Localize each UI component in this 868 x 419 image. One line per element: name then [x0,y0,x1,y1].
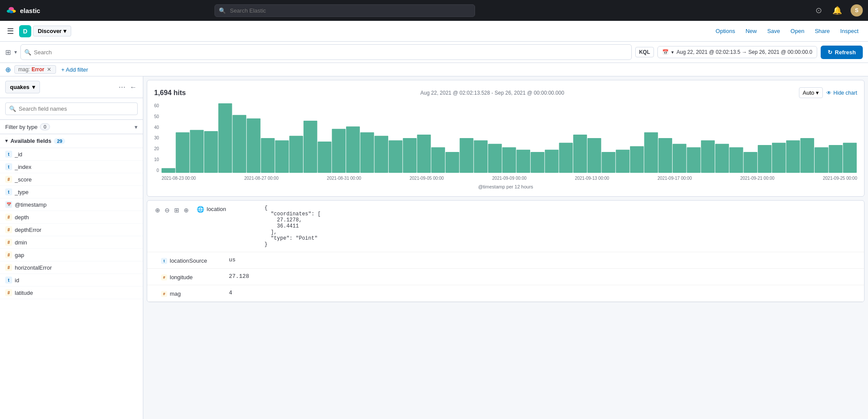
svg-rect-49 [786,140,800,173]
filter-type-chevron-icon[interactable]: ▾ [135,124,138,130]
inspect-button[interactable]: Inspect [836,25,863,37]
time-range-group: 📅 ▾ Aug 22, 2021 @ 02:02:13.5 → Sep 26, … [657,46,817,58]
share-button[interactable]: Share [810,25,834,37]
shield-icon[interactable]: ⊙ [814,4,824,17]
filter-type-label: Filter by type 0 [5,123,50,130]
available-fields-label: ▾ Available fields 29 [5,138,65,144]
field-name-dmin: dmin [15,239,27,246]
field-type-t-icon: t [5,151,12,158]
field-item-index[interactable]: t _index [0,161,143,173]
table-row: t locationSource us [147,252,864,269]
options-button[interactable]: Options [711,25,739,37]
svg-rect-51 [815,147,828,173]
svg-rect-41 [673,144,686,173]
svg-rect-36 [602,152,616,173]
discover-d-icon: D [19,25,31,37]
svg-rect-22 [403,138,417,173]
field-key-longitude: # longitude [161,273,222,280]
svg-rect-5 [162,168,175,173]
svg-rect-40 [658,138,672,173]
refresh-icon: ↻ [828,49,832,56]
svg-rect-29 [502,147,516,173]
svg-rect-43 [701,140,715,173]
svg-rect-39 [644,132,658,173]
svg-rect-9 [218,103,232,173]
filter-tag-key: mag: [18,66,30,73]
field-item-score[interactable]: # _score [0,173,143,186]
sidebar-icon-group: ⋯ ← [118,82,138,92]
field-name-id-field: id [15,277,19,284]
hide-chart-button[interactable]: 👁 Hide chart [826,90,857,96]
field-item-latitude[interactable]: # latitude [0,287,143,299]
row-actions: ⊕ ⊖ ⊞ ⊕ [154,205,190,214]
table-row: # mag 4 [147,285,864,302]
kql-badge[interactable]: KQL [635,47,654,57]
search-dropdown-icon[interactable]: ▾ [14,49,17,55]
add-filter-button[interactable]: + Add filter [59,66,90,74]
svg-rect-19 [360,132,374,173]
field-type-t-icon: t [5,277,12,284]
discover-label-button[interactable]: Discover ▾ [33,26,71,36]
field-type-hash-icon: # [5,226,12,233]
auto-interval-button[interactable]: Auto ▾ [799,87,823,98]
svg-rect-25 [446,152,459,173]
svg-rect-18 [346,126,360,173]
open-button[interactable]: Open [786,25,809,37]
data-panel: ⊕ ⊖ ⊞ ⊕ 🌐 location { "coordinates": [ 27… [147,200,865,302]
field-item-gap[interactable]: # gap [0,249,143,261]
filter-type-count: 0 [40,123,50,130]
svg-rect-37 [616,150,630,173]
global-search-input[interactable] [215,4,475,17]
search-options-icon[interactable]: ⊞ [5,48,11,56]
columns-button[interactable]: ⊞ [173,206,180,214]
expand-row-button[interactable]: ⊕ [154,206,161,214]
field-item-type[interactable]: t _type [0,186,143,198]
svg-rect-13 [275,140,289,173]
field-type-t-icon: t [5,163,12,170]
y-axis: 60 50 40 30 20 10 0 [154,103,162,173]
field-value-location: { "coordinates": [ 27.1278, 36.4411 ], "… [264,205,857,247]
field-item-id-field[interactable]: t id [0,274,143,287]
search-input[interactable] [34,49,628,56]
svg-rect-8 [204,131,218,173]
filter-type-row: Filter by type 0 ▾ [0,120,143,134]
field-item-deptherror[interactable]: # depthError [0,224,143,236]
field-item-id[interactable]: t _id [0,148,143,161]
svg-rect-48 [772,143,786,173]
collapse-row-button[interactable]: ⊖ [164,206,171,214]
time-range-button[interactable]: 📅 ▾ Aug 22, 2021 @ 02:02:13.5 → Sep 26, … [657,46,817,58]
filter-button[interactable]: ⊕ [183,206,190,214]
search-row: ⊞ ▾ 🔍 KQL 📅 ▾ Aug 22, 2021 @ 02:02:13.5 … [0,42,868,63]
user-avatar[interactable]: S [851,4,863,16]
refresh-button[interactable]: ↻ Refresh [821,46,863,59]
bell-icon[interactable]: 🔔 [831,4,844,17]
svg-point-4 [10,10,13,13]
hits-count: 1,694 hits [154,89,186,97]
field-search-input[interactable] [19,106,134,112]
svg-rect-6 [176,132,190,173]
svg-rect-31 [531,152,545,173]
menu-toggle-button[interactable]: ☰ [5,25,16,38]
histogram-area: 2021-08-23 00:00 2021-08-27 00:00 2021-0… [162,103,857,182]
field-search-inner: 🔍 [5,102,138,115]
field-item-timestamp[interactable]: 📅 @timestamp [0,198,143,211]
field-item-depth[interactable]: # depth [0,211,143,224]
field-item-horizontalerror[interactable]: # horizontalError [0,261,143,274]
svg-rect-14 [289,136,303,173]
svg-rect-33 [559,143,573,173]
field-item-dmin[interactable]: # dmin [0,236,143,249]
svg-rect-32 [545,150,559,173]
save-button[interactable]: Save [763,25,785,37]
filter-tag-close-button[interactable]: ✕ [46,66,52,73]
index-pattern-button[interactable]: quakes ▾ [5,81,40,93]
available-fields-count: 29 [54,138,65,144]
arrow-left-icon[interactable]: ← [129,82,138,92]
svg-rect-11 [247,119,261,173]
grid-icon[interactable]: ⋯ [118,82,126,92]
new-button[interactable]: New [741,25,761,37]
filter-toggle-button[interactable]: ⊕ [5,66,11,74]
svg-rect-10 [233,115,247,173]
secondary-navigation: ☰ D Discover ▾ Options New Save Open Sha… [0,21,868,42]
sidebar-header: quakes ▾ ⋯ ← [0,76,143,98]
field-type-hash-icon: # [5,176,12,183]
